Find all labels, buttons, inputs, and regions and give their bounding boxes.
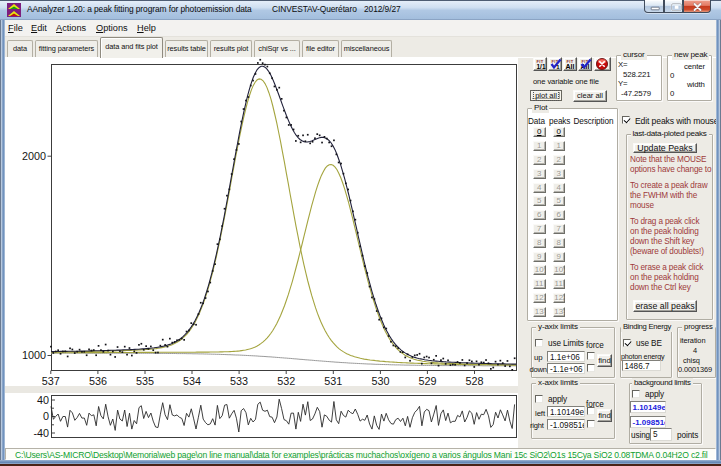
svg-text:533: 533: [230, 375, 248, 387]
svg-text:534: 534: [183, 375, 201, 387]
svg-text:528: 528: [465, 375, 483, 387]
svg-text:531: 531: [324, 375, 342, 387]
svg-text:1000: 1000: [22, 349, 46, 361]
svg-text:532: 532: [277, 375, 295, 387]
svg-text:40: 40: [37, 394, 49, 406]
svg-text:-40: -40: [33, 427, 49, 439]
svg-text:537: 537: [42, 375, 60, 387]
svg-text:530: 530: [371, 375, 389, 387]
svg-text:535: 535: [136, 375, 154, 387]
svg-text:536: 536: [89, 375, 107, 387]
svg-text:0: 0: [43, 410, 49, 422]
svg-text:529: 529: [418, 375, 436, 387]
svg-text:2000: 2000: [22, 150, 46, 162]
